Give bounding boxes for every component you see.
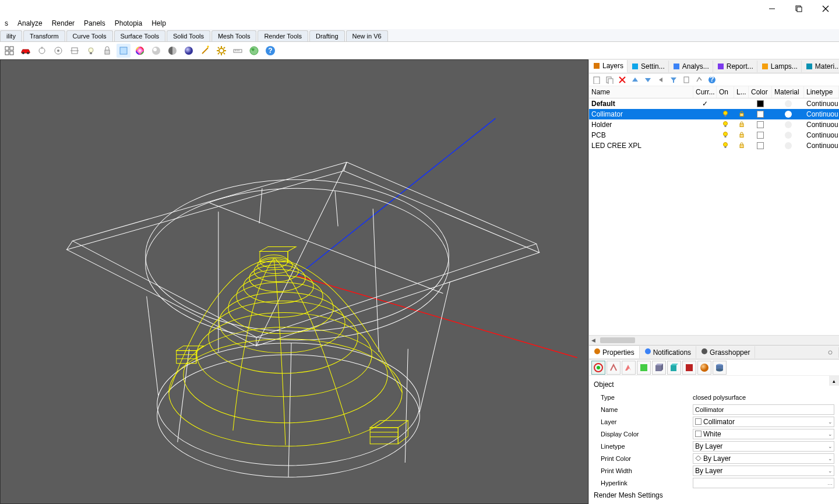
- col-material[interactable]: Material: [772, 86, 804, 98]
- layer-current[interactable]: [693, 135, 717, 136]
- layer-material[interactable]: [772, 142, 804, 150]
- panel-tab-materi[interactable]: Materi...: [802, 61, 839, 72]
- panel-tab-report[interactable]: Report...: [713, 61, 757, 72]
- prop-texture-icon[interactable]: [622, 361, 636, 375]
- prop-object-icon[interactable]: [591, 361, 605, 375]
- layer-linetype[interactable]: Continuou: [804, 110, 839, 119]
- color-wheel-icon[interactable]: [133, 44, 147, 58]
- help-button[interactable]: ?: [707, 75, 717, 85]
- measure-icon[interactable]: [231, 44, 245, 58]
- bulb-icon[interactable]: [84, 44, 98, 58]
- panel-tab-analys[interactable]: Analys...: [669, 61, 713, 72]
- tab-drafting[interactable]: Drafting: [309, 30, 345, 41]
- prop-ellipsis[interactable]: …: [693, 478, 834, 488]
- tool-button-2[interactable]: [694, 75, 704, 85]
- prop-settings-icon[interactable]: [822, 347, 839, 358]
- menu-analyze[interactable]: Analyze: [13, 18, 47, 29]
- tab-curve-tools[interactable]: Curve Tools: [66, 30, 113, 41]
- prop-dropdown[interactable]: By Layer⌄: [693, 453, 834, 464]
- prev-button[interactable]: [655, 75, 666, 85]
- prop-tab-properties[interactable]: Properties: [589, 346, 640, 358]
- layer-row-led-cree-xpl[interactable]: LED CREE XPLContinuou: [589, 140, 839, 151]
- prop-teal-icon[interactable]: [667, 361, 681, 375]
- sphere-icon-2[interactable]: [182, 44, 196, 58]
- maximize-button[interactable]: [785, 0, 812, 17]
- col-lock[interactable]: L...: [734, 86, 749, 98]
- prop-sphere-icon[interactable]: [697, 361, 711, 375]
- tool-icon-2[interactable]: [51, 44, 65, 58]
- tab-new-in-v6[interactable]: New in V6: [346, 30, 388, 41]
- tool-icon-1[interactable]: [35, 44, 49, 58]
- new-layer-button[interactable]: [591, 75, 602, 85]
- layer-on-toggle[interactable]: [717, 103, 734, 104]
- layer-on-toggle[interactable]: [717, 110, 734, 119]
- layer-row-holder[interactable]: HolderContinuou: [589, 119, 839, 130]
- lock-icon[interactable]: [100, 44, 114, 58]
- tab-solid-tools[interactable]: Solid Tools: [167, 30, 210, 41]
- layer-current[interactable]: [693, 145, 717, 146]
- tab-render-tools[interactable]: Render Tools: [258, 30, 308, 41]
- car-icon[interactable]: [19, 44, 33, 58]
- prop-tab-notifications[interactable]: Notifications: [640, 346, 696, 358]
- layer-current[interactable]: [693, 114, 717, 115]
- layer-linetype[interactable]: Continuou: [804, 131, 839, 140]
- prop-material-icon[interactable]: [607, 361, 621, 375]
- globe-icon[interactable]: [247, 44, 261, 58]
- 3d-viewport[interactable]: [0, 59, 588, 504]
- layer-row-default[interactable]: Default✓Continuou: [589, 98, 839, 109]
- menu-panels[interactable]: Panels: [79, 18, 110, 29]
- panel-tab-settin[interactable]: Settin...: [628, 61, 669, 72]
- delete-layer-button[interactable]: [617, 75, 628, 85]
- layer-color-swatch[interactable]: [749, 121, 772, 129]
- layer-material[interactable]: [772, 131, 804, 139]
- layer-on-toggle[interactable]: [717, 131, 734, 140]
- col-linetype[interactable]: Linetype: [804, 86, 839, 98]
- layer-material[interactable]: [772, 100, 804, 108]
- layer-color-swatch[interactable]: [749, 142, 772, 150]
- layer-color-swatch[interactable]: [749, 110, 772, 118]
- layer-material[interactable]: [772, 121, 804, 129]
- filter-button[interactable]: [668, 75, 679, 85]
- menu-s[interactable]: s: [0, 18, 13, 29]
- prop-input[interactable]: [693, 404, 834, 415]
- layer-row-pcb[interactable]: PCBContinuou: [589, 130, 839, 140]
- gear-icon[interactable]: [214, 44, 228, 58]
- menu-help[interactable]: Help: [147, 18, 171, 29]
- new-sublayer-button[interactable]: [604, 75, 615, 85]
- move-down-button[interactable]: [643, 75, 653, 85]
- layer-lock-toggle[interactable]: [734, 110, 749, 119]
- layer-lock-toggle[interactable]: [734, 131, 749, 140]
- minimize-button[interactable]: [759, 0, 785, 17]
- layer-row-collimator[interactable]: CollimatorContinuou: [589, 109, 839, 119]
- tab-mesh-tools[interactable]: Mesh Tools: [211, 30, 256, 41]
- layer-linetype[interactable]: Continuou: [804, 99, 839, 108]
- col-current[interactable]: Curr...: [693, 86, 717, 98]
- prop-box-icon[interactable]: [652, 361, 666, 375]
- layer-linetype[interactable]: Continuou: [804, 120, 839, 129]
- panel-tab-lamps[interactable]: Lamps...: [757, 61, 802, 72]
- sphere-icon-1[interactable]: [149, 44, 163, 58]
- layer-material[interactable]: [772, 110, 804, 118]
- layer-on-toggle[interactable]: [717, 120, 734, 130]
- wand-icon[interactable]: [198, 44, 212, 58]
- layer-lock-toggle[interactable]: [734, 141, 749, 151]
- close-button[interactable]: [812, 0, 839, 17]
- tab-ility[interactable]: ility: [0, 30, 22, 41]
- menu-render[interactable]: Render: [47, 18, 79, 29]
- col-on[interactable]: On: [717, 86, 734, 98]
- layer-on-toggle[interactable]: [717, 141, 734, 151]
- tab-surface-tools[interactable]: Surface Tools: [114, 30, 165, 41]
- layer-hscroll[interactable]: ◀: [589, 335, 839, 345]
- prop-dropdown[interactable]: Collimator⌄: [693, 417, 834, 427]
- col-color[interactable]: Color: [749, 86, 772, 98]
- prop-red-icon[interactable]: [682, 361, 696, 375]
- plane-icon[interactable]: [117, 44, 131, 58]
- grid-icon[interactable]: [2, 44, 16, 58]
- layer-current[interactable]: ✓: [693, 99, 717, 108]
- tab-transform[interactable]: Transform: [23, 30, 65, 41]
- prop-dropdown[interactable]: By Layer⌄: [693, 466, 834, 476]
- prop-green-icon[interactable]: [637, 361, 651, 375]
- col-name[interactable]: Name: [589, 86, 693, 98]
- scroll-up-button[interactable]: ▴: [829, 376, 839, 386]
- menu-photopia[interactable]: Photopia: [110, 18, 147, 29]
